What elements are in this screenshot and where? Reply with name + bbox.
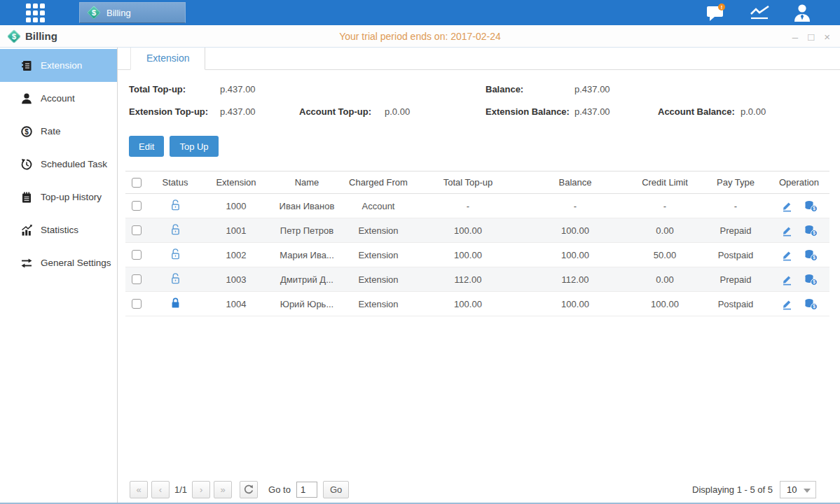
main-content: Extension Total Top-up: p.437.00 Balance…	[118, 48, 840, 503]
col-header-extension[interactable]: Extension	[202, 177, 270, 188]
col-header-status[interactable]: Status	[148, 177, 202, 188]
edit-pencil-icon[interactable]	[781, 200, 793, 212]
svg-text:$: $	[25, 127, 29, 135]
col-header-operation[interactable]: Operation	[769, 177, 829, 188]
minimize-icon[interactable]: –	[792, 31, 798, 42]
operation-cell: $	[769, 225, 829, 237]
col-header-charged-from[interactable]: Charged From	[344, 177, 413, 188]
balance-cell: 100.00	[523, 250, 627, 260]
sidebar-item-label: Statistics	[41, 225, 78, 235]
row-checkbox[interactable]	[132, 201, 142, 211]
pay-type-cell: Postpaid	[703, 299, 769, 309]
name-cell: Петр Петров	[270, 225, 344, 236]
edit-button[interactable]: Edit	[129, 136, 164, 157]
balance-value: p.437.00	[574, 84, 610, 94]
pay-type-cell: Prepaid	[703, 274, 769, 285]
topup-coins-icon[interactable]: $	[804, 249, 818, 261]
operation-cell: $	[769, 200, 829, 212]
total-topup-label: Total Top-up:	[129, 84, 186, 94]
table-row: 1003 Дмитрий Д... Extension 112.00 112.0…	[125, 267, 829, 292]
total-topup-cell: 100.00	[413, 225, 523, 236]
credit-limit-cell: -	[627, 201, 703, 211]
sidebar-item-rate[interactable]: $ Rate	[0, 115, 117, 148]
svg-text:$: $	[813, 206, 815, 211]
sidebar-item-account[interactable]: Account	[0, 82, 117, 115]
sidebar-item-general-settings[interactable]: General Settings	[0, 246, 117, 279]
col-header-total-topup[interactable]: Total Top-up	[413, 177, 523, 188]
sidebar-item-statistics[interactable]: Statistics	[0, 214, 117, 246]
sidebar-item-scheduled-task[interactable]: Scheduled Task	[0, 148, 117, 181]
topup-coins-icon[interactable]: $	[804, 200, 818, 212]
col-header-name[interactable]: Name	[270, 177, 344, 188]
close-icon[interactable]: ×	[824, 31, 830, 42]
window-title: Billing	[25, 30, 57, 42]
refresh-button[interactable]	[240, 481, 258, 498]
last-page-button[interactable]: »	[214, 481, 232, 498]
page-size-value: 10	[787, 484, 797, 495]
sidebar-item-extension[interactable]: Extension	[0, 49, 117, 82]
edit-pencil-icon[interactable]	[781, 298, 793, 310]
edit-pencil-icon[interactable]	[781, 249, 793, 261]
topup-coins-icon[interactable]: $	[804, 298, 818, 310]
tab-strip: Extension	[118, 48, 840, 70]
goto-page-input[interactable]	[296, 482, 317, 498]
total-topup-cell: 112.00	[413, 274, 523, 285]
sidebar-item-topup-history[interactable]: Top-up History	[0, 181, 117, 214]
col-header-balance[interactable]: Balance	[523, 177, 627, 188]
table-row: 1002 Мария Ива... Extension 100.00 100.0…	[125, 243, 829, 267]
row-checkbox[interactable]	[132, 274, 142, 284]
operation-cell: $	[769, 274, 829, 286]
charged-from-cell: Extension	[344, 274, 413, 285]
general-settings-icon	[20, 257, 33, 270]
apps-grid-icon[interactable]	[26, 4, 48, 22]
action-buttons: Edit Top Up	[129, 136, 840, 157]
row-checkbox[interactable]	[132, 225, 142, 235]
topup-coins-icon[interactable]: $	[804, 225, 818, 237]
table-row: 1000 Иван Иванов Account - - - -	[125, 194, 829, 218]
topup-coins-icon[interactable]: $	[804, 274, 818, 286]
billing-app-window: Billing !	[0, 0, 840, 504]
name-cell: Мария Ива...	[270, 250, 344, 260]
user-icon[interactable]	[792, 4, 812, 22]
taskbar: Billing !	[0, 0, 840, 25]
titlebar: Billing Your trial period ends on: 2017-…	[0, 25, 840, 48]
account-balance-label: Account Balance:	[658, 106, 735, 117]
row-checkbox[interactable]	[132, 299, 142, 309]
lock-closed-icon	[170, 297, 181, 309]
page-size-dropdown[interactable]: 10	[780, 481, 816, 498]
topup-button[interactable]: Top Up	[170, 136, 218, 157]
svg-text:$: $	[813, 279, 815, 285]
window-controls: – □ ×	[792, 25, 830, 48]
name-cell: Дмитрий Д...	[270, 274, 344, 285]
taskbar-item-billing[interactable]: Billing	[79, 2, 186, 23]
edit-pencil-icon[interactable]	[781, 225, 793, 237]
prev-page-button[interactable]: ‹	[151, 481, 170, 498]
balance-summary: Total Top-up: p.437.00 Balance: p.437.00…	[118, 70, 840, 136]
row-checkbox[interactable]	[132, 250, 142, 260]
billing-diamond-icon	[87, 6, 101, 20]
tab-extension[interactable]: Extension	[130, 48, 205, 70]
balance-cell: 100.00	[523, 225, 627, 236]
maximize-icon[interactable]: □	[808, 31, 814, 42]
chart-icon[interactable]	[749, 4, 771, 21]
svg-text:$: $	[813, 230, 815, 236]
svg-text:$: $	[813, 304, 815, 309]
balance-cell: 100.00	[523, 299, 627, 309]
select-all-checkbox[interactable]	[132, 178, 142, 188]
chat-icon[interactable]: !	[705, 4, 728, 22]
chevron-down-icon	[804, 489, 811, 493]
go-button[interactable]: Go	[323, 481, 349, 498]
col-header-credit-limit[interactable]: Credit Limit	[627, 177, 703, 188]
pagination-bar: « ‹ 1/1 › » Go to Go Displaying 1 - 5 of…	[118, 479, 840, 499]
col-header-pay-type[interactable]: Pay Type	[703, 177, 769, 188]
lock-open-icon	[170, 223, 181, 236]
billing-diamond-icon	[7, 29, 21, 43]
first-page-button[interactable]: «	[130, 481, 148, 498]
edit-pencil-icon[interactable]	[781, 274, 793, 286]
credit-limit-cell: 0.00	[627, 274, 703, 285]
page-indicator: 1/1	[173, 484, 192, 495]
next-page-button[interactable]: ›	[192, 481, 210, 498]
lock-open-icon	[170, 272, 181, 285]
charged-from-cell: Extension	[344, 225, 413, 236]
table-row: 1001 Петр Петров Extension 100.00 100.00…	[125, 218, 829, 243]
